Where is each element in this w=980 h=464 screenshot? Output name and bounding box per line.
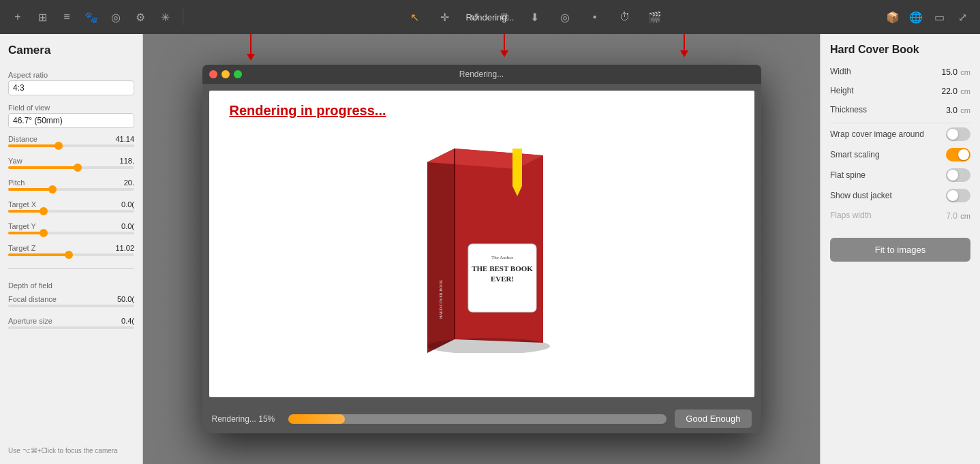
- yaw-val: 118.: [120, 157, 134, 165]
- target-x-slider[interactable]: [8, 210, 134, 213]
- flat-spine-toggle[interactable]: [946, 168, 970, 182]
- progress-bar: [288, 414, 667, 424]
- grid-icon[interactable]: ⊞: [33, 7, 52, 27]
- dust-jacket-row: Show dust jacket: [830, 189, 970, 202]
- dust-jacket-toggle[interactable]: [946, 189, 970, 202]
- right-panel: Hard Cover Book Width 15.0 cm Height 22.…: [820, 34, 980, 464]
- export-icon[interactable]: ⬇: [525, 7, 545, 27]
- modal-window-title: Rendering...: [209, 69, 754, 79]
- wrap-cover-row: Wrap cover image around: [830, 127, 970, 141]
- square-icon[interactable]: ▪: [585, 7, 604, 27]
- clock-icon[interactable]: ⏱: [615, 7, 634, 27]
- dust-jacket-knob: [947, 190, 958, 201]
- width-row: Width 15.0 cm: [830, 65, 970, 78]
- film-icon[interactable]: 🎬: [645, 7, 664, 27]
- svg-rect-4: [512, 149, 522, 186]
- target-x-label: Target X: [8, 200, 36, 208]
- thickness-label: Thickness: [830, 105, 867, 114]
- target-x-row: Target X 0.0(: [8, 200, 134, 208]
- target-icon[interactable]: ◎: [106, 7, 125, 27]
- rendering-in-progress-label: Rendering in progress...: [230, 103, 386, 119]
- thickness-value: 3.0 cm: [946, 104, 970, 116]
- camera-title: Camera: [8, 44, 134, 57]
- flat-spine-row: Flat spine: [830, 168, 970, 182]
- panel-icon[interactable]: ▭: [930, 7, 949, 27]
- dof-label: Depth of field: [8, 281, 134, 290]
- distance-row: Distance 41.14: [8, 135, 134, 143]
- aspect-ratio-value[interactable]: 4:3: [8, 80, 134, 95]
- dust-jacket-label: Show dust jacket: [830, 191, 892, 200]
- width-label: Width: [830, 67, 851, 76]
- fov-label: Field of view: [8, 104, 134, 112]
- fov-value[interactable]: 46.7° (50mm): [8, 113, 134, 128]
- toolbar-separator: [183, 9, 183, 25]
- aperture-slider[interactable]: [8, 326, 134, 329]
- smart-scaling-toggle[interactable]: [946, 148, 970, 161]
- modal-bottom: Rendering... 15% Good Enough: [202, 404, 761, 433]
- move-icon[interactable]: ✛: [435, 7, 455, 27]
- main-area: Camera Aspect ratio 4:3 Field of view 46…: [0, 34, 980, 464]
- render-modal: Hover to see thetime estimations Renderi…: [143, 34, 820, 464]
- progress-bar-annotation: Rendering progress bar: [455, 34, 555, 50]
- wrap-label: Wrap cover image around: [830, 129, 924, 139]
- aperture-row: Aperture size 0.4(: [8, 317, 134, 325]
- wrap-toggle-knob: [947, 129, 958, 140]
- width-value: 15.0 cm: [942, 65, 970, 78]
- target-y-slider[interactable]: [8, 232, 134, 234]
- sep-depth: [8, 268, 134, 269]
- right-panel-title: Hard Cover Book: [830, 44, 970, 56]
- yaw-slider[interactable]: [8, 166, 134, 169]
- height-value: 22.0 cm: [942, 84, 970, 97]
- expand-icon[interactable]: ⤢: [953, 7, 972, 27]
- target-y-val: 0.0(: [121, 222, 134, 230]
- modal-titlebar: Rendering...: [202, 65, 761, 84]
- target-y-row: Target Y 0.0(: [8, 222, 134, 230]
- book-3d: The Author THE BEST BOOK EVER! HARD COVE…: [407, 135, 557, 353]
- render-icon[interactable]: ◎: [555, 7, 575, 27]
- flat-spine-label: Flat spine: [830, 170, 866, 180]
- svg-text:HARD COVER BOOK: HARD COVER BOOK: [439, 279, 443, 319]
- modal-window: Rendering... Rendering in progress...: [202, 65, 761, 433]
- thickness-row: Thickness 3.0 cm: [830, 104, 970, 116]
- gear-icon[interactable]: ⚙: [131, 7, 150, 27]
- flat-spine-knob: [947, 170, 958, 181]
- distance-label: Distance: [8, 135, 37, 143]
- smart-scaling-label: Smart scaling: [830, 150, 880, 159]
- cursor-icon[interactable]: ↖: [405, 7, 425, 27]
- finish-annotation: Finish the rendering: [642, 34, 727, 50]
- person-icon[interactable]: 🐾: [82, 7, 101, 27]
- distance-slider[interactable]: [8, 144, 134, 147]
- pitch-slider[interactable]: [8, 188, 134, 191]
- aspect-ratio-label: Aspect ratio: [8, 71, 134, 79]
- left-panel: Camera Aspect ratio 4:3 Field of view 46…: [0, 34, 143, 464]
- distance-val: 41.14: [115, 135, 134, 143]
- center-area: Hover to see thetime estimations Renderi…: [143, 34, 820, 464]
- flaps-width-label: Flaps width: [830, 211, 872, 220]
- sep-1: [830, 123, 970, 123]
- svg-text:EVER!: EVER!: [490, 275, 513, 283]
- yaw-row: Yaw 118.: [8, 157, 134, 165]
- focal-dist-row: Focal distance 50.0(: [8, 295, 134, 303]
- aperture-label: Aperture size: [8, 317, 52, 325]
- pitch-val: 20.: [124, 179, 134, 187]
- fit-to-images-button[interactable]: Fit to images: [830, 238, 970, 262]
- target-y-label: Target Y: [8, 222, 36, 230]
- height-label: Height: [830, 86, 854, 95]
- target-z-slider[interactable]: [8, 253, 134, 256]
- list-icon[interactable]: ≡: [57, 7, 76, 27]
- focal-dist-slider[interactable]: [8, 305, 134, 307]
- wrap-toggle[interactable]: [946, 127, 970, 141]
- box-icon[interactable]: 📦: [883, 7, 902, 27]
- good-enough-button[interactable]: Good Enough: [675, 409, 751, 428]
- smart-scaling-knob: [958, 149, 969, 160]
- sun-icon[interactable]: ✳: [155, 7, 174, 27]
- svg-marker-1: [427, 149, 455, 353]
- render-status: Rendering... 15%: [212, 414, 280, 424]
- pitch-row: Pitch 20.: [8, 179, 134, 187]
- add-icon[interactable]: +: [8, 7, 27, 27]
- target-x-val: 0.0(: [121, 200, 134, 208]
- book-container: The Author THE BEST BOOK EVER! HARD COVE…: [209, 91, 754, 397]
- world-icon[interactable]: 🌐: [906, 7, 925, 27]
- modal-title-bar: Rendering...: [466, 12, 515, 22]
- render-canvas: Rendering in progress...: [209, 91, 754, 397]
